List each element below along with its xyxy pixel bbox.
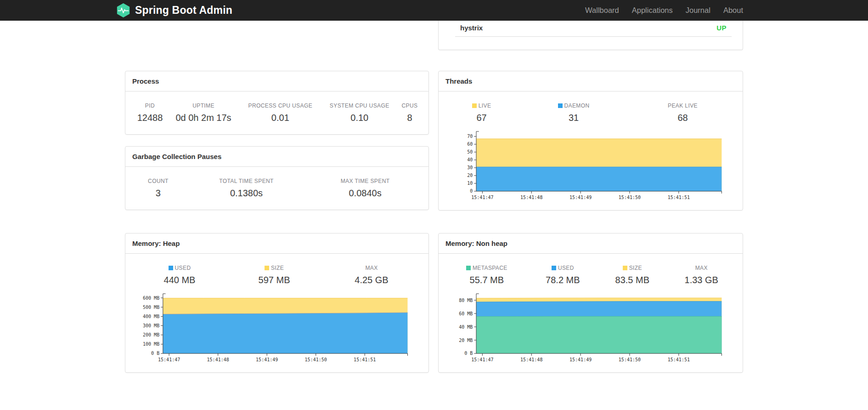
health-item-name: hystrix	[460, 24, 483, 32]
memory-nonheap-card-body: METASPACEUSEDSIZEMAX55.7 MB78.2 MB83.5 M…	[439, 254, 743, 372]
empty-left-cell	[125, 21, 429, 50]
y-tick-label: 60 MB	[459, 310, 473, 316]
stat-value: 0.10	[321, 111, 398, 130]
y-tick-label: 100 MB	[143, 341, 159, 347]
stat-value: 12488	[132, 111, 168, 130]
nav-item-about[interactable]: About	[717, 6, 743, 15]
x-tick-label: 15:41:49	[256, 357, 278, 362]
health-row-hystrix: hystrix UP	[455, 21, 732, 37]
stat-value: 31	[518, 111, 630, 130]
y-tick-label: 20	[467, 172, 473, 178]
stat-value: 68	[630, 111, 736, 130]
stat-label: PROCESS CPU USAGE	[239, 95, 321, 111]
x-tick-label: 15:41:51	[668, 194, 690, 200]
stat-value: 440 MB	[132, 273, 227, 292]
legend-swatch-icon	[623, 266, 627, 270]
stat-label: CPUS	[398, 95, 422, 111]
stat-label: LIVE	[445, 95, 518, 111]
left-column: Process PIDUPTIMEPROCESS CPU USAGESYSTEM…	[125, 71, 429, 211]
x-tick-label: 15:41:50	[619, 194, 641, 200]
x-tick-label: 15:41:47	[471, 357, 493, 362]
row-health: hystrix UP	[125, 21, 743, 50]
threads-card-title: Threads	[439, 71, 743, 91]
legend-swatch-icon	[265, 266, 269, 270]
area-used	[163, 313, 408, 353]
y-tick-label: 40 MB	[459, 324, 473, 329]
stat-label: MAX	[667, 257, 736, 273]
details-page: hystrix UP Process PIDUPTIMEPROCESS CPU …	[125, 21, 743, 373]
top-navbar: Spring Boot Admin Wallboard Applications…	[0, 0, 868, 21]
stat-label: METASPACE	[445, 257, 528, 273]
app-title: Spring Boot Admin	[135, 4, 232, 17]
y-tick-label: 600 MB	[143, 295, 159, 300]
threads-chart: 01020304050607015:41:4715:41:4815:41:491…	[445, 130, 736, 205]
y-tick-label: 300 MB	[143, 323, 159, 328]
y-tick-label: 80 MB	[459, 297, 473, 302]
x-tick-label: 15:41:47	[158, 357, 180, 362]
brand[interactable]: Spring Boot Admin	[116, 3, 232, 18]
gc-card: Garbage Collection Pauses COUNTTOTAL TIM…	[125, 146, 429, 210]
status-badge-up: UP	[716, 24, 727, 32]
x-tick-label: 15:41:48	[207, 357, 229, 362]
stat-value: 83.5 MB	[597, 273, 667, 292]
y-tick-label: 10	[467, 180, 473, 186]
y-tick-label: 70	[467, 133, 473, 139]
heap-stats-table: USEDSIZEMAX440 MB597 MB4.25 GB	[132, 257, 422, 292]
stat-value: 67	[445, 111, 518, 130]
stat-label: TOTAL TIME SPENT	[184, 171, 309, 187]
stat-label: MAX	[321, 257, 422, 273]
area-metaspace	[476, 316, 721, 353]
y-tick-label: 30	[467, 165, 473, 170]
stat-label: SIZE	[227, 257, 321, 273]
stat-value: 4.25 GB	[321, 273, 422, 292]
gc-stats-table: COUNTTOTAL TIME SPENTMAX TIME SPENT30.13…	[132, 171, 422, 205]
process-card-title: Process	[125, 71, 428, 91]
x-tick-label: 15:41:48	[520, 357, 542, 362]
stat-value: 55.7 MB	[445, 273, 528, 292]
nonheap-stats-table: METASPACEUSEDSIZEMAX55.7 MB78.2 MB83.5 M…	[445, 257, 736, 292]
y-tick-label: 20 MB	[459, 337, 473, 342]
nav-item-wallboard[interactable]: Wallboard	[579, 6, 626, 15]
stat-label: UPTIME	[168, 95, 239, 111]
stat-label: PEAK LIVE	[630, 95, 736, 111]
legend-swatch-icon	[558, 103, 563, 108]
legend-swatch-icon	[466, 266, 471, 270]
memory-nonheap-card: Memory: Non heap METASPACEUSEDSIZEMAX55.…	[438, 233, 743, 373]
threads-card: Threads LIVEDAEMONPEAK LIVE673168 010203…	[438, 71, 743, 211]
threads-card-body: LIVEDAEMONPEAK LIVE673168 01020304050607…	[439, 91, 743, 210]
row-process-threads: Process PIDUPTIMEPROCESS CPU USAGESYSTEM…	[125, 71, 743, 211]
y-tick-label: 0 B	[464, 350, 473, 356]
row-memory: Memory: Heap USEDSIZEMAX440 MB597 MB4.25…	[125, 233, 743, 373]
y-tick-label: 40	[467, 157, 473, 162]
legend-swatch-icon	[472, 103, 477, 108]
process-card: Process PIDUPTIMEPROCESS CPU USAGESYSTEM…	[125, 71, 429, 135]
nav-item-journal[interactable]: Journal	[679, 6, 717, 15]
memory-heap-card-title: Memory: Heap	[125, 233, 428, 254]
memory-heap-card-body: USEDSIZEMAX440 MB597 MB4.25 GB 0 B100 MB…	[125, 254, 428, 372]
y-tick-label: 50	[467, 149, 473, 154]
legend-swatch-icon	[169, 266, 173, 270]
x-tick-label: 15:41:49	[569, 357, 592, 362]
legend-swatch-icon	[552, 266, 556, 270]
memory-nonheap-card-title: Memory: Non heap	[439, 233, 743, 254]
gc-card-body: COUNTTOTAL TIME SPENTMAX TIME SPENT30.13…	[125, 167, 428, 210]
spring-boot-admin-logo-icon	[116, 3, 130, 18]
x-tick-label: 15:41:51	[354, 357, 376, 362]
stat-label: MAX TIME SPENT	[309, 171, 422, 187]
process-stats-table: PIDUPTIMEPROCESS CPU USAGESYSTEM CPU USA…	[132, 95, 422, 130]
stat-value: 0d 0h 2m 17s	[168, 111, 239, 130]
y-tick-label: 60	[467, 141, 473, 147]
nav-item-applications[interactable]: Applications	[626, 6, 679, 15]
x-tick-label: 15:41:50	[305, 357, 327, 362]
nonheap-chart: 0 B20 MB40 MB60 MB80 MB15:41:4715:41:481…	[445, 292, 736, 368]
x-tick-label: 15:41:48	[520, 194, 542, 200]
y-tick-label: 500 MB	[143, 304, 159, 309]
stat-value: 597 MB	[227, 273, 321, 292]
stat-value: 3	[132, 187, 184, 205]
stat-label: USED	[528, 257, 597, 273]
stat-label: PID	[132, 95, 168, 111]
gc-card-title: Garbage Collection Pauses	[125, 147, 428, 167]
x-tick-label: 15:41:51	[668, 357, 690, 362]
stat-value: 1.33 GB	[667, 273, 736, 292]
stat-label: USED	[132, 257, 227, 273]
